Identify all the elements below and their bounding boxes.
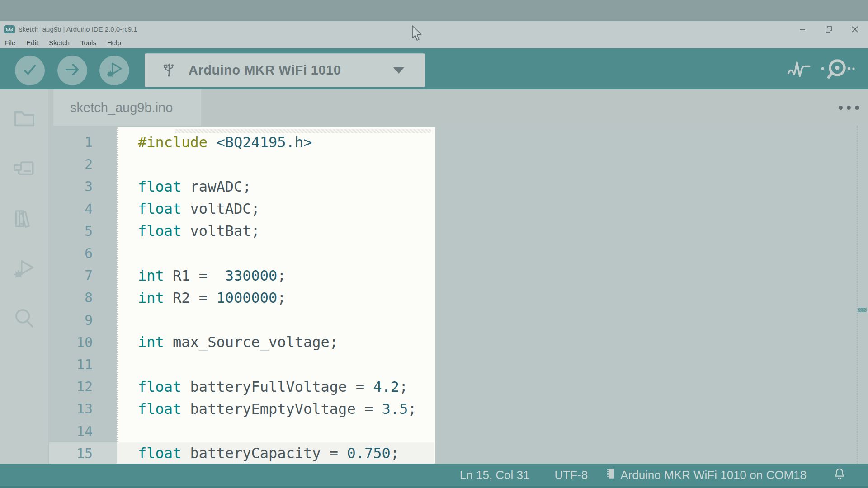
window-controls bbox=[789, 21, 868, 37]
code-line-14[interactable]: 14 bbox=[48, 420, 854, 442]
status-bar: Ln 15, Col 31 UTF-8 Arduino MKR WiFi 101… bbox=[0, 464, 868, 488]
line-number: 13 bbox=[48, 401, 105, 417]
serial-plotter-button[interactable] bbox=[787, 59, 812, 80]
menu-item-edit[interactable]: Edit bbox=[26, 39, 38, 47]
board-selector-label: Arduino MKR WiFi 1010 bbox=[189, 63, 341, 78]
sidebar-item-boards-manager[interactable] bbox=[12, 157, 37, 182]
code-line-4[interactable]: 4float voltADC; bbox=[48, 198, 854, 220]
books-icon bbox=[12, 206, 37, 233]
code-line-7[interactable]: 7int R1 = 330000; bbox=[48, 264, 854, 286]
verify-button[interactable] bbox=[15, 56, 45, 85]
line-number: 9 bbox=[48, 312, 105, 328]
search-icon bbox=[12, 306, 37, 333]
code-text: float voltBat; bbox=[105, 222, 260, 239]
line-number: 3 bbox=[48, 178, 105, 194]
menu-bar: FileEditSketchToolsHelp bbox=[0, 37, 868, 48]
code-text: float batteryEmptyVoltage = 3.5; bbox=[105, 400, 417, 418]
code-line-9[interactable]: 9 bbox=[48, 309, 854, 331]
board-chip-icon bbox=[12, 156, 37, 183]
code-text: float batteryFullVoltage = 4.2; bbox=[105, 378, 408, 395]
line-number: 15 bbox=[48, 446, 105, 461]
sidebar-item-debug[interactable] bbox=[12, 257, 37, 282]
chip-icon bbox=[606, 467, 617, 483]
mouse-cursor bbox=[411, 25, 423, 42]
code-editor[interactable]: 1#include <BQ24195.h>23float rawADC;4flo… bbox=[48, 126, 868, 464]
code-text: int max_Source_voltage; bbox=[105, 333, 338, 351]
line-number: 5 bbox=[48, 223, 105, 239]
tab-bar: sketch_aug9b.ino bbox=[48, 89, 868, 126]
toolbar: Arduino MKR WiFi 1010 bbox=[0, 48, 868, 89]
code-line-5[interactable]: 5float voltBat; bbox=[48, 220, 854, 242]
minimize-button[interactable] bbox=[789, 21, 816, 37]
code-text: int R1 = 330000; bbox=[105, 267, 286, 284]
menu-item-sketch[interactable]: Sketch bbox=[49, 39, 70, 47]
code-lines: 1#include <BQ24195.h>23float rawADC;4flo… bbox=[48, 131, 854, 465]
line-number: 10 bbox=[48, 334, 105, 350]
arduino-ide-window: sketch_aug9b | Arduino IDE 2.0.0-rc9.1 F… bbox=[0, 0, 868, 488]
serial-monitor-button[interactable] bbox=[819, 56, 856, 83]
cursor-position[interactable]: Ln 15, Col 31 bbox=[460, 468, 530, 482]
chevron-down-icon bbox=[393, 67, 404, 74]
close-button[interactable] bbox=[842, 21, 868, 37]
line-number: 6 bbox=[48, 245, 105, 261]
window-title: sketch_aug9b | Arduino IDE 2.0.0-rc9.1 bbox=[19, 25, 137, 33]
debug-bug-icon bbox=[12, 256, 37, 283]
line-number: 12 bbox=[48, 379, 105, 394]
line-number: 7 bbox=[48, 267, 105, 283]
code-line-10[interactable]: 10int max_Source_voltage; bbox=[48, 331, 854, 353]
code-text: #include <BQ24195.h> bbox=[105, 134, 312, 151]
code-line-2[interactable]: 2 bbox=[48, 153, 854, 175]
arrow-right-icon bbox=[63, 61, 81, 80]
desktop-strip bbox=[0, 0, 868, 21]
debug-button[interactable] bbox=[99, 56, 129, 85]
code-text: float voltADC; bbox=[105, 200, 260, 217]
arduino-logo-icon bbox=[4, 25, 15, 33]
menu-item-help[interactable]: Help bbox=[107, 39, 121, 47]
waveform-icon bbox=[787, 58, 812, 81]
title-bar[interactable]: sketch_aug9b | Arduino IDE 2.0.0-rc9.1 bbox=[0, 21, 868, 37]
magnifier-monitor-icon bbox=[819, 56, 856, 84]
line-number: 1 bbox=[48, 134, 105, 150]
code-text: int R2 = 1000000; bbox=[105, 289, 286, 306]
board-connection-label: Arduino MKR WiFi 1010 on COM18 bbox=[620, 468, 807, 482]
notifications-button[interactable] bbox=[833, 467, 846, 483]
tab-label: sketch_aug9b.ino bbox=[70, 100, 173, 115]
check-icon bbox=[21, 61, 38, 80]
code-line-11[interactable]: 11 bbox=[48, 353, 854, 375]
more-actions-button[interactable] bbox=[839, 106, 859, 110]
scrollbar-track bbox=[857, 126, 858, 464]
code-line-13[interactable]: 13float batteryEmptyVoltage = 3.5; bbox=[48, 398, 854, 420]
code-line-6[interactable]: 6 bbox=[48, 242, 854, 264]
code-line-12[interactable]: 12float batteryFullVoltage = 4.2; bbox=[48, 375, 854, 398]
main-area: sketch_aug9b.ino 1#include <BQ24195.h>23… bbox=[0, 89, 868, 464]
upload-button[interactable] bbox=[57, 56, 87, 85]
sidebar-item-library-manager[interactable] bbox=[12, 207, 37, 232]
code-text: float batteryCapacity = 0.750; bbox=[105, 445, 399, 462]
restore-button[interactable] bbox=[816, 21, 842, 37]
code-line-1[interactable]: 1#include <BQ24195.h> bbox=[48, 131, 854, 153]
menu-item-tools[interactable]: Tools bbox=[80, 39, 96, 47]
code-line-15[interactable]: 15float batteryCapacity = 0.750; bbox=[48, 442, 854, 465]
code-line-3[interactable]: 3float rawADC; bbox=[48, 175, 854, 197]
code-line-8[interactable]: 8int R2 = 1000000; bbox=[48, 286, 854, 309]
board-selector[interactable]: Arduino MKR WiFi 1010 bbox=[145, 53, 425, 87]
sidebar bbox=[0, 89, 48, 464]
encoding-indicator[interactable]: UTF-8 bbox=[555, 468, 588, 482]
board-connection[interactable]: Arduino MKR WiFi 1010 on COM18 bbox=[606, 467, 807, 483]
usb-icon bbox=[162, 61, 176, 80]
editor-content: sketch_aug9b.ino 1#include <BQ24195.h>23… bbox=[48, 89, 868, 464]
bell-icon bbox=[833, 475, 846, 483]
folder-icon bbox=[12, 106, 37, 133]
sidebar-item-search[interactable] bbox=[12, 307, 37, 333]
line-number: 4 bbox=[48, 201, 105, 217]
debug-icon bbox=[104, 60, 124, 81]
line-number: 8 bbox=[48, 290, 105, 305]
line-number: 14 bbox=[48, 423, 105, 439]
line-number: 2 bbox=[48, 156, 105, 172]
sidebar-item-sketchbook[interactable] bbox=[12, 107, 37, 132]
scrollbar-thumb[interactable] bbox=[858, 308, 867, 312]
tab-sketch[interactable]: sketch_aug9b.ino bbox=[53, 89, 201, 126]
code-text: float rawADC; bbox=[105, 178, 251, 195]
line-number: 11 bbox=[48, 357, 105, 372]
menu-item-file[interactable]: File bbox=[5, 39, 15, 47]
